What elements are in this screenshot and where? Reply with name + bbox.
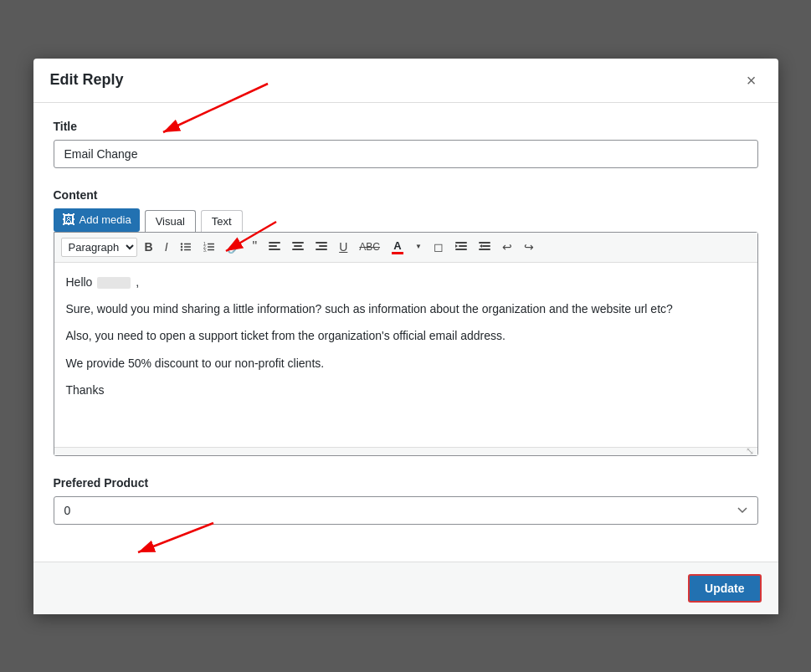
modal-body: Title Content 🖼 Add media Visual Text bbox=[33, 103, 778, 562]
svg-rect-12 bbox=[269, 242, 280, 244]
editor-content[interactable]: Hello , Sure, would you mind sharing a l… bbox=[54, 263, 757, 447]
align-center-button[interactable] bbox=[288, 239, 308, 254]
svg-rect-9 bbox=[208, 244, 214, 244]
comma-text: , bbox=[136, 275, 139, 289]
bold-button[interactable]: B bbox=[141, 239, 157, 255]
content-line-2: Sure, would you mind sharing a little in… bbox=[66, 300, 746, 318]
svg-text:3.: 3. bbox=[203, 248, 207, 253]
align-right-button[interactable] bbox=[311, 239, 331, 254]
blockquote-button[interactable]: " bbox=[249, 238, 262, 256]
ordered-list-button[interactable]: 1. 2. 3. bbox=[199, 239, 219, 255]
add-media-icon: 🖼 bbox=[62, 213, 75, 228]
content-line-4: We provide 50% discount to our non-profi… bbox=[66, 354, 746, 372]
modal-title: Edit Reply bbox=[50, 71, 124, 89]
color-picker-arrow[interactable]: ▼ bbox=[411, 241, 426, 253]
svg-rect-16 bbox=[294, 245, 302, 247]
svg-rect-19 bbox=[319, 245, 327, 247]
username-placeholder bbox=[97, 277, 131, 289]
add-media-label: Add media bbox=[80, 213, 131, 226]
update-button[interactable]: Update bbox=[688, 574, 761, 603]
svg-rect-15 bbox=[292, 242, 304, 244]
strikethrough-button[interactable]: ABC bbox=[355, 239, 384, 254]
modal-footer: Update bbox=[33, 562, 778, 614]
resize-icon: ⤡ bbox=[746, 445, 754, 457]
edit-reply-modal: Edit Reply × Title Content 🖼 Add media V… bbox=[33, 59, 778, 614]
svg-point-2 bbox=[180, 249, 182, 250]
svg-rect-4 bbox=[184, 246, 191, 247]
content-label: Content bbox=[54, 188, 758, 202]
modal-header: Edit Reply × bbox=[33, 59, 778, 103]
content-line-1: Hello , bbox=[66, 273, 746, 291]
svg-rect-27 bbox=[479, 249, 490, 250]
svg-rect-22 bbox=[459, 245, 467, 247]
close-button[interactable]: × bbox=[742, 70, 762, 90]
add-media-button[interactable]: 🖼 Add media bbox=[54, 208, 140, 232]
content-line-3: Also, you need to open a support ticket … bbox=[66, 326, 746, 345]
svg-rect-17 bbox=[292, 249, 304, 250]
svg-rect-11 bbox=[208, 249, 214, 250]
title-field-group: Title bbox=[54, 120, 758, 168]
editor-toolbar: Paragraph Heading 1 Heading 2 Heading 3 … bbox=[54, 233, 757, 263]
editor-resize-handle[interactable]: ⤡ bbox=[54, 447, 757, 455]
indent-button[interactable] bbox=[451, 239, 471, 254]
svg-point-1 bbox=[180, 246, 182, 248]
content-line-5: Thanks bbox=[66, 381, 746, 399]
title-label: Title bbox=[54, 120, 758, 133]
preferred-product-field-group: Prefered Product 0 bbox=[54, 476, 758, 525]
svg-rect-18 bbox=[316, 242, 327, 244]
tab-visual[interactable]: Visual bbox=[145, 210, 196, 232]
svg-rect-26 bbox=[482, 245, 490, 247]
align-left-button[interactable] bbox=[264, 239, 285, 254]
outdent-button[interactable] bbox=[475, 239, 495, 254]
link-button[interactable]: 🔗 bbox=[223, 239, 245, 255]
editor-wrapper: Paragraph Heading 1 Heading 2 Heading 3 … bbox=[54, 232, 758, 456]
svg-rect-3 bbox=[184, 244, 191, 244]
svg-rect-10 bbox=[208, 246, 214, 247]
preferred-product-select[interactable]: 0 bbox=[54, 496, 758, 525]
svg-marker-24 bbox=[455, 244, 458, 248]
unordered-list-button[interactable] bbox=[176, 239, 196, 255]
eraser-button[interactable]: ◻ bbox=[429, 239, 448, 255]
svg-rect-14 bbox=[269, 249, 280, 250]
svg-rect-20 bbox=[316, 249, 327, 250]
paragraph-select[interactable]: Paragraph Heading 1 Heading 2 Heading 3 bbox=[61, 238, 137, 257]
preferred-product-label: Prefered Product bbox=[54, 476, 758, 490]
svg-rect-13 bbox=[269, 245, 277, 247]
tab-text[interactable]: Text bbox=[201, 210, 243, 232]
hello-text: Hello bbox=[66, 275, 93, 289]
svg-rect-21 bbox=[455, 242, 467, 244]
svg-point-0 bbox=[180, 243, 182, 244]
title-input[interactable] bbox=[54, 140, 758, 168]
svg-rect-23 bbox=[455, 249, 467, 250]
underline-button[interactable]: U bbox=[335, 239, 352, 255]
svg-rect-5 bbox=[184, 249, 191, 250]
svg-marker-28 bbox=[480, 244, 482, 248]
text-color-button[interactable]: A bbox=[388, 238, 408, 257]
undo-button[interactable]: ↩ bbox=[498, 239, 516, 255]
content-field-group: Content 🖼 Add media Visual Text Paragrap… bbox=[54, 188, 758, 456]
svg-rect-25 bbox=[479, 242, 490, 244]
redo-button[interactable]: ↪ bbox=[520, 239, 538, 255]
italic-button[interactable]: I bbox=[161, 239, 172, 255]
